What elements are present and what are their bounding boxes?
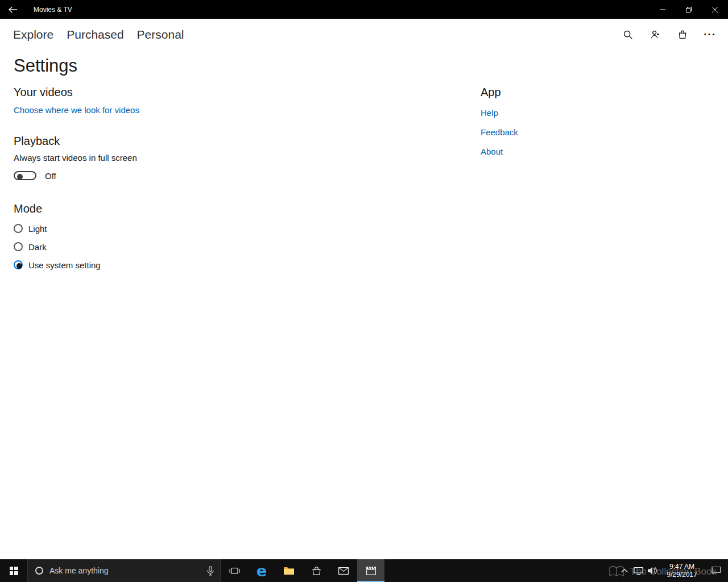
feedback-link[interactable]: Feedback [481, 127, 651, 138]
mode-option-label: Use system setting [28, 260, 101, 270]
playback-heading: Playback [14, 134, 378, 148]
restore-icon [686, 7, 692, 13]
store-button[interactable] [669, 21, 696, 48]
clock-time: 9:47 AM [669, 563, 694, 571]
edge-icon: e [257, 563, 267, 579]
nav-tabs: Explore Purchased Personal [13, 27, 184, 43]
chevron-up-icon [621, 568, 628, 573]
store-bag-icon [312, 566, 321, 576]
account-icon [650, 30, 660, 40]
window-controls [650, 0, 728, 19]
movies-tv-app-window: Movies & TV Explore Purchased Personal [0, 0, 728, 582]
radio-icon [14, 224, 23, 233]
search-button[interactable] [614, 21, 642, 48]
back-arrow-icon [9, 6, 18, 13]
taskbar: Ask me anything e [0, 559, 728, 582]
fullscreen-toggle-row: Off [14, 170, 378, 181]
movies-tv-icon [366, 567, 376, 575]
minimize-button[interactable] [650, 0, 676, 19]
shopping-bag-icon [677, 30, 688, 40]
action-center-button[interactable] [704, 559, 728, 582]
your-videos-heading: Your videos [14, 85, 378, 99]
mode-heading: Mode [14, 201, 378, 216]
mode-option-system[interactable]: Use system setting [14, 259, 378, 271]
radio-icon [14, 242, 23, 251]
settings-columns: Your videos Choose where we look for vid… [14, 85, 714, 271]
search-icon [623, 30, 633, 40]
tray-expand-button[interactable] [617, 559, 631, 582]
app-heading: App [481, 85, 651, 99]
nav-icons: ··· [614, 21, 728, 48]
task-view-button[interactable] [221, 559, 248, 582]
tab-personal[interactable]: Personal [137, 27, 184, 43]
action-center-icon [712, 566, 721, 575]
movies-tv-button[interactable] [357, 559, 384, 582]
mode-option-dark[interactable]: Dark [14, 241, 378, 252]
tab-purchased[interactable]: Purchased [67, 27, 123, 43]
account-button[interactable] [642, 21, 669, 48]
close-icon [712, 7, 718, 13]
network-icon [634, 567, 643, 575]
windows-logo-icon [10, 567, 18, 575]
microphone-icon [207, 566, 214, 576]
radio-icon [14, 260, 23, 269]
file-explorer-button[interactable] [275, 559, 303, 582]
mail-icon [338, 567, 349, 575]
volume-icon [648, 567, 657, 575]
settings-right-column: App Help Feedback About [481, 85, 651, 157]
window-title: Movies & TV [34, 6, 72, 14]
mode-option-label: Light [28, 224, 47, 234]
clock-date: 9/29/2017 [667, 571, 697, 579]
back-button[interactable] [0, 0, 26, 19]
cortana-icon [35, 567, 43, 575]
start-button[interactable] [0, 559, 27, 582]
file-explorer-icon [283, 566, 295, 575]
settings-page: Settings Your videos Choose where we loo… [0, 50, 728, 559]
network-button[interactable] [631, 559, 646, 582]
choose-videos-link[interactable]: Choose where we look for videos [14, 105, 139, 116]
minimize-icon [660, 7, 665, 13]
system-tray: 9:47 AM 9/29/2017 [617, 559, 728, 582]
toggle-state-label: Off [45, 171, 56, 181]
toggle-knob-icon [17, 174, 23, 180]
task-view-icon [229, 567, 240, 575]
mail-button[interactable] [330, 559, 357, 582]
fullscreen-toggle[interactable] [14, 171, 36, 180]
edge-button[interactable]: e [248, 559, 275, 582]
titlebar: Movies & TV [0, 0, 728, 19]
microphone-button[interactable] [207, 566, 214, 576]
app-navbar: Explore Purchased Personal ··· [0, 19, 728, 50]
clock-button[interactable]: 9:47 AM 9/29/2017 [660, 559, 704, 582]
restore-button[interactable] [676, 0, 702, 19]
taskbar-search[interactable]: Ask me anything [27, 559, 221, 582]
mode-radio-group: Light Dark Use system setting [14, 223, 378, 271]
help-link[interactable]: Help [481, 107, 651, 119]
more-button[interactable]: ··· [696, 21, 723, 48]
about-link[interactable]: About [481, 146, 651, 157]
search-placeholder: Ask me anything [49, 566, 207, 575]
mode-option-label: Dark [28, 242, 47, 252]
page-title: Settings [14, 50, 714, 77]
tab-explore[interactable]: Explore [13, 27, 53, 43]
settings-left-column: Your videos Choose where we look for vid… [14, 85, 378, 271]
close-button[interactable] [702, 0, 728, 19]
store-taskbar-button[interactable] [303, 559, 330, 582]
volume-button[interactable] [646, 559, 660, 582]
fullscreen-toggle-label: Always start videos in full screen [14, 152, 378, 164]
mode-option-light[interactable]: Light [14, 223, 378, 234]
